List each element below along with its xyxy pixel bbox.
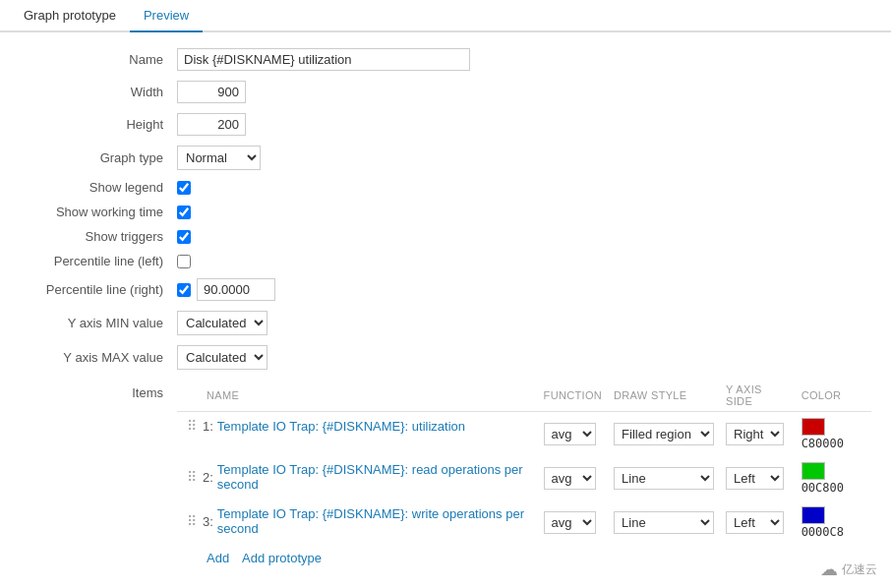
function-select[interactable]: avgminmaxalllast — [544, 511, 596, 534]
item-color-cell: 0000C8 — [796, 500, 871, 545]
drag-handle[interactable]: ⠿ — [183, 469, 201, 485]
percentile-right-input[interactable] — [197, 278, 275, 301]
items-label: Items — [20, 380, 177, 400]
col-y-axis-side: Y AXIS SIDE — [720, 380, 796, 412]
item-name-cell: ⠿ 3: Template IO Trap: {#DISKNAME}: writ… — [177, 500, 538, 542]
show-legend-label: Show legend — [20, 180, 177, 195]
item-draw-style-cell: LineFilled regionBold lineDotDashed line… — [608, 456, 720, 500]
item-y-axis-cell: LeftRight — [720, 412, 796, 457]
col-name: NAME — [177, 380, 538, 412]
item-function-cell: avgminmaxalllast — [538, 456, 608, 500]
y-axis-max-label: Y axis MAX value — [20, 350, 177, 365]
tab-graph-prototype[interactable]: Graph prototype — [10, 0, 130, 32]
y-axis-side-select[interactable]: LeftRight — [726, 511, 784, 534]
item-link[interactable]: Template IO Trap: {#DISKNAME}: write ope… — [217, 506, 532, 536]
table-row: ⠿ 2: Template IO Trap: {#DISKNAME}: read… — [177, 456, 871, 500]
percentile-right-label: Percentile line (right) — [20, 282, 177, 297]
percentile-right-checkbox[interactable] — [177, 283, 191, 297]
y-axis-min-select[interactable]: Calculated Fixed Item — [177, 311, 267, 335]
item-num: 1: — [203, 419, 217, 434]
height-row: Height — [20, 113, 871, 136]
col-function: FUNCTION — [538, 380, 608, 412]
y-axis-max-select[interactable]: Calculated Fixed Item — [177, 345, 267, 370]
width-row: Width — [20, 81, 871, 103]
item-color-cell: C80000 — [796, 412, 871, 457]
show-triggers-checkbox[interactable] — [177, 230, 191, 244]
draw-style-select[interactable]: LineFilled regionBold lineDotDashed line… — [614, 467, 714, 490]
y-axis-side-select[interactable]: LeftRight — [726, 467, 784, 490]
color-text: 0000C8 — [802, 525, 844, 539]
table-row: ⠿ 1: Template IO Trap: {#DISKNAME}: util… — [177, 412, 871, 457]
item-link[interactable]: Template IO Trap: {#DISKNAME}: read oper… — [217, 462, 532, 492]
item-num: 2: — [203, 470, 217, 485]
item-color-cell: 00C800 — [796, 456, 871, 500]
show-legend-checkbox[interactable] — [177, 181, 191, 195]
main-content: Name Width Height Graph type Normal Stac… — [0, 32, 891, 588]
col-draw-style: DRAW STYLE — [608, 380, 720, 412]
items-container: NAME FUNCTION DRAW STYLE Y AXIS SIDE COL… — [177, 380, 871, 565]
items-section: Items NAME FUNCTION DRAW STYLE Y AXIS SI… — [20, 380, 871, 565]
item-num: 3: — [203, 514, 217, 529]
footer: ☁ 亿速云 — [820, 559, 877, 580]
table-row: ⠿ 3: Template IO Trap: {#DISKNAME}: writ… — [177, 500, 871, 545]
item-name-cell: ⠿ 1: Template IO Trap: {#DISKNAME}: util… — [177, 412, 538, 440]
color-text: C80000 — [802, 437, 844, 450]
color-swatch[interactable] — [802, 462, 825, 480]
y-axis-side-select[interactable]: LeftRight — [726, 423, 784, 445]
col-color: COLOR — [796, 380, 871, 412]
function-select[interactable]: avgminmaxalllast — [544, 423, 596, 445]
item-link[interactable]: Template IO Trap: {#DISKNAME}: utilizati… — [217, 419, 465, 434]
item-draw-style-cell: LineFilled regionBold lineDotDashed line… — [608, 412, 720, 457]
logo-icon: ☁ — [820, 559, 838, 580]
show-working-time-label: Show working time — [20, 205, 177, 219]
graph-type-row: Graph type Normal Stacked Pie Exploded — [20, 146, 871, 170]
name-input[interactable] — [177, 48, 470, 71]
item-draw-style-cell: LineFilled regionBold lineDotDashed line… — [608, 500, 720, 545]
percentile-right-row: Percentile line (right) — [20, 278, 871, 301]
item-function-cell: avgminmaxalllast — [538, 500, 608, 545]
add-prototype-link[interactable]: Add prototype — [242, 551, 322, 565]
show-working-time-row: Show working time — [20, 205, 871, 219]
show-legend-row: Show legend — [20, 180, 871, 195]
tab-preview[interactable]: Preview — [130, 0, 203, 32]
color-swatch[interactable] — [802, 506, 825, 524]
y-axis-min-label: Y axis MIN value — [20, 316, 177, 330]
logo-text: 亿速云 — [842, 561, 877, 578]
show-triggers-row: Show triggers — [20, 229, 871, 244]
height-input[interactable] — [177, 113, 246, 136]
graph-type-label: Graph type — [20, 150, 177, 165]
item-y-axis-cell: LeftRight — [720, 456, 796, 500]
add-link[interactable]: Add — [207, 551, 229, 565]
item-y-axis-cell: LeftRight — [720, 500, 796, 545]
name-label: Name — [20, 52, 177, 67]
graph-type-select[interactable]: Normal Stacked Pie Exploded — [177, 146, 261, 170]
items-table: NAME FUNCTION DRAW STYLE Y AXIS SIDE COL… — [177, 380, 871, 545]
add-links: Add Add prototype — [177, 551, 871, 565]
drag-handle[interactable]: ⠿ — [183, 513, 201, 529]
y-axis-min-row: Y axis MIN value Calculated Fixed Item — [20, 311, 871, 335]
name-row: Name — [20, 48, 871, 71]
width-input[interactable] — [177, 81, 246, 103]
percentile-left-label: Percentile line (left) — [20, 254, 177, 268]
width-label: Width — [20, 85, 177, 99]
draw-style-select[interactable]: LineFilled regionBold lineDotDashed line… — [614, 423, 714, 445]
function-select[interactable]: avgminmaxalllast — [544, 467, 596, 490]
draw-style-select[interactable]: LineFilled regionBold lineDotDashed line… — [614, 511, 714, 534]
item-function-cell: avgminmaxalllast — [538, 412, 608, 457]
height-label: Height — [20, 117, 177, 132]
item-name-cell: ⠿ 2: Template IO Trap: {#DISKNAME}: read… — [177, 456, 538, 498]
y-axis-max-row: Y axis MAX value Calculated Fixed Item — [20, 345, 871, 370]
percentile-left-checkbox[interactable] — [177, 255, 191, 268]
percentile-left-row: Percentile line (left) — [20, 254, 871, 268]
show-triggers-label: Show triggers — [20, 229, 177, 244]
drag-handle[interactable]: ⠿ — [183, 418, 201, 434]
show-working-time-checkbox[interactable] — [177, 206, 191, 219]
color-swatch[interactable] — [802, 418, 825, 436]
tabs-bar: Graph prototype Preview — [0, 0, 891, 32]
color-text: 00C800 — [802, 481, 844, 495]
